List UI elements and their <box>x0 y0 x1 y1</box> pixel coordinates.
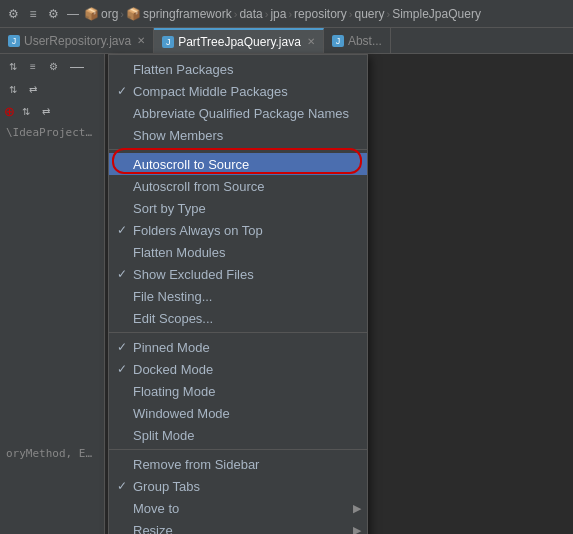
gear-sidebar-icon[interactable]: ⚙ <box>44 57 62 75</box>
menu-check <box>117 457 133 471</box>
menu-check: ✓ <box>117 362 133 376</box>
menu-item-show-members[interactable]: Show Members <box>109 124 367 146</box>
breadcrumb-sep: › <box>120 8 124 20</box>
breadcrumb-icon: 📦 <box>84 7 99 21</box>
java-file-icon: J <box>162 36 174 48</box>
gear-icon[interactable]: ⚙ <box>44 5 62 23</box>
menu-item-move-to[interactable]: Move to ▶ <box>109 497 367 519</box>
menu-item-flatten-modules[interactable]: Flatten Modules <box>109 241 367 263</box>
menu-item-autoscroll-from-source[interactable]: Autoscroll from Source <box>109 175 367 197</box>
menu-check <box>117 289 133 303</box>
breadcrumb-item[interactable]: query <box>354 7 384 21</box>
menu-item-file-nesting[interactable]: File Nesting... <box>109 285 367 307</box>
menu-item-group-tabs[interactable]: ✓ Group Tabs <box>109 475 367 497</box>
tab-abst[interactable]: J Abst... <box>324 28 391 53</box>
menu-item-floating-mode[interactable]: Floating Mode <box>109 380 367 402</box>
menu-check <box>117 523 133 534</box>
scroll-icon[interactable]: ⇅ <box>4 57 22 75</box>
minus-icon[interactable]: — <box>68 57 86 75</box>
tab-user-repository[interactable]: J UserRepository.java ✕ <box>0 28 154 53</box>
menu-check: ✓ <box>117 223 133 237</box>
java-file-icon: J <box>8 35 20 47</box>
menu-check <box>117 128 133 142</box>
menu-item-pinned-mode[interactable]: ✓ Pinned Mode <box>109 336 367 358</box>
menu-separator <box>109 449 367 450</box>
breadcrumb-item[interactable]: SimpleJpaQuery <box>392 7 481 21</box>
tab-bar: J UserRepository.java ✕ J PartTreeJpaQue… <box>0 28 573 54</box>
info-icon[interactable]: ⇄ <box>37 102 55 120</box>
menu-check <box>117 501 133 515</box>
breadcrumb-item[interactable]: jpa <box>270 7 286 21</box>
menu-check: ✓ <box>117 479 133 493</box>
menu-item-split-mode[interactable]: Split Mode <box>109 424 367 446</box>
breadcrumb-sep: › <box>288 8 292 20</box>
context-menu: Flatten Packages ✓ Compact Middle Packag… <box>108 54 368 534</box>
menu-check <box>117 406 133 420</box>
breadcrumb-item[interactable]: data <box>239 7 262 21</box>
breadcrumb-sep: › <box>387 8 391 20</box>
tab-parttree-jpa-query[interactable]: J PartTreeJpaQuery.java ✕ <box>154 28 324 53</box>
close-icon[interactable]: — <box>64 5 82 23</box>
breadcrumb-item[interactable]: repository <box>294 7 347 21</box>
breadcrumb-item[interactable]: 📦 org <box>84 7 118 21</box>
menu-check <box>117 245 133 259</box>
sidebar-toolbar: ⇅ ≡ ⚙ — <box>0 54 104 78</box>
sidebar-path: \IdeaProjects\m... <box>0 122 104 143</box>
menu-check <box>117 157 133 171</box>
menu-check <box>117 311 133 325</box>
submenu-arrow-icon: ▶ <box>353 524 361 535</box>
toolbar-bar: ⚙ ≡ ⚙ — 📦 org › 📦 springframework › data… <box>0 0 573 28</box>
breadcrumb-sep: › <box>234 8 238 20</box>
menu-item-flatten-packages[interactable]: Flatten Packages <box>109 58 367 80</box>
breadcrumb: 📦 org › 📦 springframework › data › jpa ›… <box>84 7 569 21</box>
settings-icon[interactable]: ⚙ <box>4 5 22 23</box>
tab-close-icon[interactable]: ✕ <box>307 36 315 47</box>
menu-check: ✓ <box>117 267 133 281</box>
menu-item-sort-by-type[interactable]: Sort by Type <box>109 197 367 219</box>
sidebar-file-text: oryMethod, EntityM <box>0 443 104 464</box>
submenu-arrow-icon: ▶ <box>353 502 361 515</box>
error-badge: ⊕ <box>4 104 15 119</box>
menu-item-abbreviate[interactable]: Abbreviate Qualified Package Names <box>109 102 367 124</box>
project-sidebar: ⇅ ≡ ⚙ — ⇅ ⇄ ⊕ ⇅ ⇄ \IdeaProjects\m... ory… <box>0 54 105 534</box>
scroll-left-icon[interactable]: ⇅ <box>4 80 22 98</box>
menu-item-compact-middle[interactable]: ✓ Compact Middle Packages <box>109 80 367 102</box>
menu-item-show-excluded[interactable]: ✓ Show Excluded Files <box>109 263 367 285</box>
breadcrumb-item[interactable]: 📦 springframework <box>126 7 232 21</box>
menu-item-remove-from-sidebar[interactable]: Remove from Sidebar <box>109 453 367 475</box>
breadcrumb-sep: › <box>349 8 353 20</box>
collapse-icon[interactable]: ≡ <box>24 57 42 75</box>
menu-item-autoscroll-to-source[interactable]: Autoscroll to Source <box>109 153 367 175</box>
warning-icon[interactable]: ⇅ <box>17 102 35 120</box>
breadcrumb-icon: 📦 <box>126 7 141 21</box>
menu-check <box>117 201 133 215</box>
menu-check: ✓ <box>117 84 133 98</box>
menu-check <box>117 428 133 442</box>
scroll-right-icon[interactable]: ⇄ <box>24 80 42 98</box>
tab-close-icon[interactable]: ✕ <box>137 35 145 46</box>
menu-separator <box>109 332 367 333</box>
menu-check: ✓ <box>117 340 133 354</box>
menu-item-resize[interactable]: Resize ▶ <box>109 519 367 534</box>
menu-item-windowed-mode[interactable]: Windowed Mode <box>109 402 367 424</box>
menu-icon[interactable]: ≡ <box>24 5 42 23</box>
menu-item-edit-scopes[interactable]: Edit Scopes... <box>109 307 367 329</box>
breadcrumb-sep: › <box>265 8 269 20</box>
menu-item-docked-mode[interactable]: ✓ Docked Mode <box>109 358 367 380</box>
menu-check <box>117 179 133 193</box>
menu-check <box>117 106 133 120</box>
menu-separator <box>109 149 367 150</box>
java-file-icon: J <box>332 35 344 47</box>
menu-item-folders-on-top[interactable]: ✓ Folders Always on Top <box>109 219 367 241</box>
menu-check <box>117 384 133 398</box>
menu-check <box>117 62 133 76</box>
